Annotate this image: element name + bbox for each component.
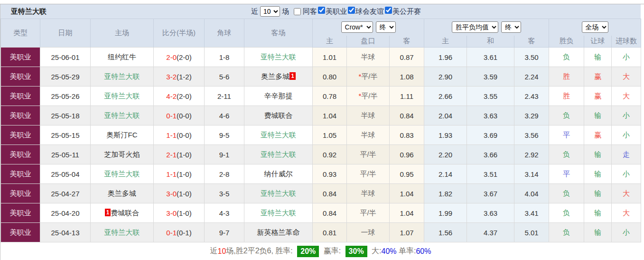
table-row: 美职业25-05-15奥斯汀FC1-1(0-0)9-5亚特兰大联1.05半球0.…	[1, 125, 641, 145]
summary-text: 大:	[370, 246, 382, 256]
summary-text: 赢率:	[321, 246, 343, 256]
asian-away-odds-cell: 1.07	[390, 223, 424, 242]
winloss-result-cell: 胜	[549, 87, 584, 106]
table-row: 美职业25-05-11芝加哥火焰2-1(1-0)9-1亚特兰大联0.92平/半0…	[1, 145, 641, 164]
team-name: 费城联合	[111, 209, 139, 217]
filter-label-open-cup: 美公开赛	[392, 7, 421, 15]
handicap-result-cell: 输	[584, 184, 612, 203]
europe-home-odds-cell: 1.99	[424, 203, 467, 223]
scope-select[interactable]: 全场	[582, 21, 608, 33]
table-row: 美职业25-04-27奥兰多城3-0(1-0)3-5亚特兰大联0.84半球1.0…	[1, 184, 641, 203]
fulltime-score: 3-0	[166, 190, 177, 198]
handicap-result-cell: 赢	[584, 125, 612, 145]
europe-away-odds-cell: 5.01	[514, 223, 549, 242]
league-type-cell: 美职业	[1, 106, 40, 125]
col-date: 日期	[40, 19, 91, 48]
away-team-cell: 亚特兰大联	[244, 125, 313, 145]
same-venue-checkbox[interactable]	[294, 8, 301, 15]
team-name: 纳什威尔	[264, 170, 293, 178]
table-row: 美职业25-05-04亚特兰大联1-1(1-0)2-8纳什威尔0.93平/半0.…	[1, 164, 641, 184]
col-away: 客场	[244, 19, 313, 48]
league-type-cell: 美职业	[1, 184, 40, 203]
asian-home-odds-cell: 0.81	[313, 223, 347, 242]
odds-company-state-select[interactable]: 终	[376, 21, 396, 33]
halftime-score: (1-0)	[177, 190, 192, 198]
handicap-result-cell: 输	[584, 203, 612, 223]
score-cell: 1-1(0-0)	[154, 125, 205, 145]
fulltime-score: 2-1	[166, 151, 177, 159]
fulltime-score: 1-1	[166, 131, 177, 139]
col-home: 主场	[91, 19, 154, 48]
europe-odds-state-select[interactable]: 终	[501, 21, 521, 33]
summary-text: 场,胜2平2负6, 胜率:	[226, 246, 295, 256]
home-team-cell: 亚特兰大联	[91, 106, 154, 125]
corner-cell: 2-11	[205, 87, 244, 106]
fulltime-score: 3-2	[166, 73, 177, 81]
away-team-cell: 奥兰多城1	[244, 67, 313, 87]
subcol-goals-result: 进球数	[612, 36, 641, 48]
match-date-cell: 25-04-20	[40, 203, 91, 223]
team-name: 奥斯汀FC	[107, 131, 138, 139]
europe-home-odds-cell: 2.66	[424, 87, 467, 106]
team-name: 亚特兰大联	[104, 228, 140, 236]
winloss-result-cell: 负	[549, 48, 584, 67]
handicap-result-cell: 赢	[584, 87, 612, 106]
goals-result-cell: 大	[612, 184, 641, 203]
score-cell: 3-0(1-0)	[154, 203, 205, 223]
table-row: 美职业25-05-29亚特兰大联3-2(1-2)5-6奥兰多城10.80*平/半…	[1, 67, 641, 87]
filter-checkbox-mls[interactable]	[318, 7, 325, 14]
home-team-cell: 亚特兰大联	[91, 164, 154, 184]
fulltime-score: 0-1	[166, 229, 177, 237]
fulltime-score: 2-0	[166, 53, 177, 61]
score-cell: 1-1(1-0)	[154, 164, 205, 184]
halftime-score: (0-0)	[177, 131, 192, 139]
filter-checkbox-open-cup[interactable]	[385, 7, 392, 14]
fulltime-score: 4-2	[166, 92, 177, 100]
asian-away-odds-cell: 0.87	[390, 48, 424, 67]
europe-odds-select[interactable]: 胜平负均值	[452, 21, 498, 33]
fulltime-score: 1-1	[166, 170, 177, 178]
europe-draw-odds-cell: 3.66	[467, 145, 514, 164]
team-title: 亚特兰大联	[11, 7, 47, 16]
goals-result-cell: 走	[612, 145, 641, 164]
filter-label-mls: 美职业	[326, 7, 347, 15]
goals-result-cell: 小	[612, 48, 641, 67]
rate-badge: 20%	[297, 246, 319, 257]
corner-cell: 5-6	[205, 67, 244, 87]
recent-label: 近	[251, 7, 258, 16]
corner-cell: 1-8	[205, 48, 244, 67]
score-cell: 4-2(2-0)	[154, 87, 205, 106]
filter-checkbox-friendly[interactable]	[348, 7, 355, 14]
handicap-result-cell: 输	[584, 164, 612, 184]
handicap-line-cell: 一球	[347, 223, 390, 242]
winloss-result-cell: 负	[549, 145, 584, 164]
games-label: 场	[282, 7, 289, 16]
score-cell: 0-1(0-0)	[154, 106, 205, 125]
header-select-row: 类型 日期 主场 比分(半场) 角球 客场 Crow*终 胜平负均值终 全场	[1, 19, 641, 36]
europe-away-odds-cell: 3.56	[514, 125, 549, 145]
goals-result-cell: 大	[612, 87, 641, 106]
panel-header: 亚特兰大联 近 10 场 同客 美职业球会友谊美公开赛	[0, 4, 641, 19]
league-type-cell: 美职业	[1, 145, 40, 164]
recent-count-select[interactable]: 10	[260, 6, 280, 17]
away-team-cell: 亚特兰大联	[244, 145, 313, 164]
home-team-cell: 奥斯汀FC	[91, 125, 154, 145]
winloss-result-cell: 负	[549, 106, 584, 125]
subcol-asian-home: 主	[313, 36, 347, 48]
stats-panel: 亚特兰大联 近 10 场 同客 美职业球会友谊美公开赛 类型 日期	[0, 4, 641, 260]
team-name: 奥兰多城	[108, 189, 136, 197]
fulltime-score: 3-0	[166, 209, 177, 217]
corner-cell: 9-7	[205, 223, 244, 242]
league-type-cell: 美职业	[1, 223, 40, 242]
corner-cell: 9-1	[205, 145, 244, 164]
halftime-score: (2-0)	[177, 92, 192, 100]
europe-home-odds-cell: 2.90	[424, 67, 467, 87]
odds-company-select[interactable]: Crow*	[341, 21, 373, 33]
match-rows: 美职业25-06-01纽约红牛2-0(2-0)1-8亚特兰大联1.01半球0.8…	[1, 48, 641, 242]
col-score: 比分(半场)	[154, 19, 205, 48]
score-cell: 2-1(1-0)	[154, 145, 205, 164]
match-date-cell: 25-05-18	[40, 106, 91, 125]
team-name: 亚特兰大联	[261, 209, 296, 217]
summary-text: 单率:	[397, 246, 416, 256]
europe-draw-odds-cell: 3.63	[467, 203, 514, 223]
